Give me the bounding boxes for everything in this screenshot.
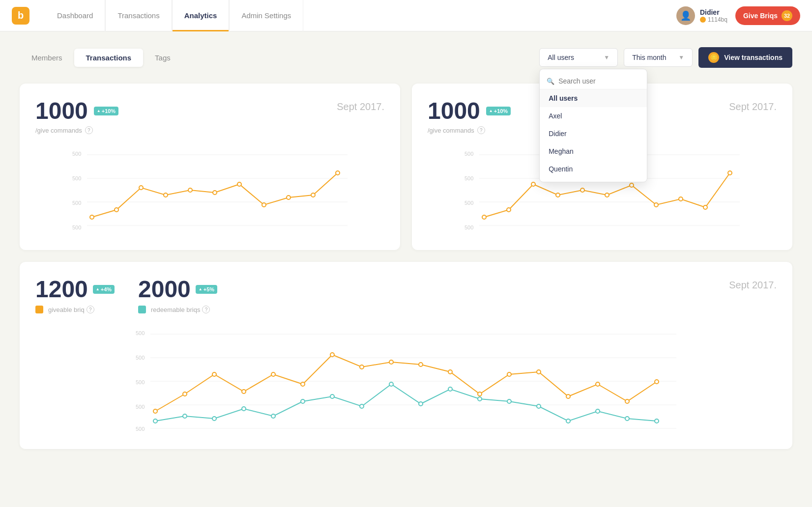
dot1-3 — [139, 186, 143, 190]
dropdown-item-quentin[interactable]: Quentin — [540, 160, 647, 178]
card1-value: 1000 — [35, 97, 88, 124]
user-handle: 1114bq — [700, 16, 727, 23]
ydot-2 — [183, 392, 187, 396]
dot1-6 — [213, 191, 217, 195]
month-dropdown-label: This month — [632, 54, 666, 61]
give-briqs-button[interactable]: Give Briqs 32 — [735, 6, 800, 25]
bottom-badge-2: +5% — [196, 285, 217, 294]
card2-badge: +10% — [486, 107, 511, 115]
tdot-15 — [566, 419, 570, 423]
coin-small-icon — [700, 17, 706, 23]
bottom-label-1: giveable briq ? — [35, 306, 115, 313]
chart-bottom-svg: 500 500 500 500 500 — [35, 325, 777, 433]
tdot-1 — [153, 419, 157, 423]
dropdown-item-all-users[interactable]: All users — [540, 89, 647, 107]
ydot-17 — [625, 399, 629, 403]
dot2-10 — [703, 205, 707, 209]
user-dropdown-wrapper: All users ▼ 🔍 All users Axel — [539, 48, 618, 67]
card1-chart: 500 500 500 500 — [35, 146, 384, 236]
user-details: Didier 1114bq — [700, 8, 727, 23]
top-cards-row: 1000 +10% Sept 2017. /give commands ? 50… — [20, 84, 792, 250]
nav-transactions[interactable]: Transactions — [105, 0, 172, 31]
card1-date: Sept 2017. — [337, 101, 384, 113]
ydot-12 — [478, 392, 482, 396]
legend-teal-icon — [138, 306, 146, 313]
bottom-num-2: 2000 — [138, 276, 191, 303]
y-label-500-2: 500 — [72, 175, 81, 181]
nav-admin-settings[interactable]: Admin Settings — [229, 0, 303, 31]
bottom-header: 1200 +4% giveable briq ? 2000 +5% — [35, 276, 777, 313]
user-dropdown-label: All users — [548, 54, 574, 61]
bottom-help-icon-2[interactable]: ? — [202, 306, 210, 313]
ydot-14 — [537, 370, 541, 374]
month-dropdown-trigger[interactable]: This month ▼ — [624, 48, 693, 67]
nav-analytics[interactable]: Analytics — [172, 0, 230, 31]
bottom-num-1: 1200 — [35, 276, 88, 303]
card-bottom: 1200 +4% giveable briq ? 2000 +5% — [20, 262, 792, 449]
tab-controls: All users ▼ 🔍 All users Axel — [539, 47, 792, 68]
tdot-9 — [389, 382, 393, 386]
y-label-500-3: 500 — [72, 200, 81, 206]
dropdown-search-container: 🔍 — [540, 73, 647, 89]
y-label2-2: 500 — [464, 175, 473, 181]
tdot-12 — [478, 397, 482, 401]
bottom-val-2: 2000 +5% redeemable briqs ? — [138, 276, 217, 313]
y-label-500-4: 500 — [72, 225, 81, 230]
tdot-8 — [360, 404, 364, 408]
bottom-values: 1200 +4% giveable briq ? 2000 +5% — [35, 276, 217, 313]
chart-teal-line — [155, 384, 657, 421]
tdot-14 — [537, 404, 541, 408]
dropdown-item-didier[interactable]: Didier — [540, 125, 647, 142]
dot2-3 — [531, 182, 535, 186]
dropdown-item-meghan[interactable]: Meghan — [540, 142, 647, 160]
tab-bar: Members Transactions Tags All users ▼ 🔍 — [20, 47, 792, 68]
tdot-7 — [330, 394, 334, 398]
tdot-6 — [301, 399, 305, 403]
ydot-9 — [389, 360, 393, 364]
dot2-5 — [580, 188, 584, 192]
tdot-4 — [242, 407, 246, 411]
tdot-17 — [625, 417, 629, 421]
tdot-5 — [271, 414, 275, 418]
card1-label: /give commands ? — [35, 126, 384, 134]
search-icon: 🔍 — [547, 78, 554, 85]
bottom-badge-1: +4% — [93, 285, 115, 294]
tdot-16 — [596, 409, 600, 413]
ydot-10 — [419, 363, 423, 366]
y-label3-1: 500 — [136, 330, 145, 336]
nav-links: Dashboard Transactions Analytics Admin S… — [45, 0, 676, 31]
card2-date: Sept 2017. — [729, 101, 777, 113]
y-label3-5: 500 — [136, 426, 145, 432]
view-transactions-button[interactable]: 🪙 View transactions — [698, 47, 792, 68]
dot1-1 — [90, 215, 94, 219]
dot1-9 — [287, 196, 290, 199]
tdot-2 — [183, 414, 187, 418]
tdot-10 — [419, 402, 423, 406]
dot1-4 — [164, 193, 168, 197]
tdot-13 — [507, 399, 511, 403]
tab-tags[interactable]: Tags — [143, 49, 182, 67]
search-input[interactable] — [558, 77, 640, 85]
app-logo: b — [12, 7, 29, 25]
bottom-date: Sept 2017. — [729, 280, 777, 291]
dot1-2 — [115, 208, 118, 212]
dot1-11 — [336, 171, 340, 175]
y-label3-2: 500 — [136, 355, 145, 361]
legend-yellow-icon — [35, 306, 43, 313]
give-count-badge: 32 — [782, 10, 792, 21]
nav-dashboard[interactable]: Dashboard — [45, 0, 105, 31]
tab-transactions[interactable]: Transactions — [74, 49, 144, 67]
ydot-16 — [596, 382, 600, 386]
bottom-help-icon-1[interactable]: ? — [87, 306, 94, 313]
user-dropdown-trigger[interactable]: All users ▼ — [539, 48, 618, 67]
tab-members[interactable]: Members — [20, 49, 74, 67]
card1-help-icon[interactable]: ? — [85, 126, 93, 134]
dropdown-item-axel[interactable]: Axel — [540, 107, 647, 125]
dot2-6 — [605, 193, 609, 197]
user-dropdown-menu: 🔍 All users Axel Didier Meghan — [539, 69, 647, 182]
avatar: 👤 — [676, 6, 695, 25]
y-label3-3: 500 — [136, 379, 145, 385]
card1-badge: +10% — [94, 107, 118, 115]
ydot-4 — [242, 390, 246, 394]
card2-help-icon[interactable]: ? — [477, 126, 485, 134]
